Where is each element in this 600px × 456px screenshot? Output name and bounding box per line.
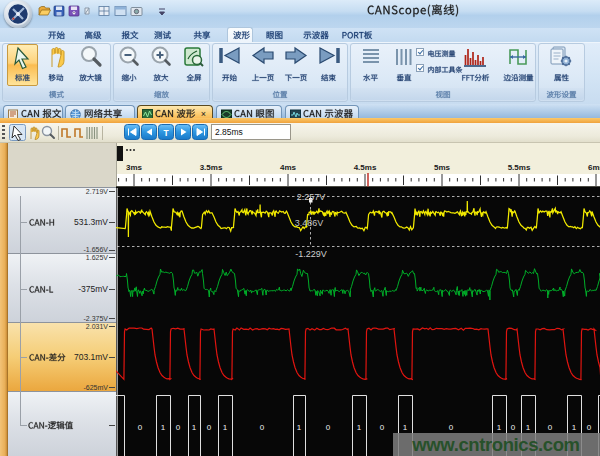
svg-text:1: 1	[223, 423, 228, 432]
svg-text:4.5ms: 4.5ms	[354, 163, 377, 172]
svg-text:0: 0	[176, 423, 181, 432]
svg-text:1: 1	[192, 423, 197, 432]
svg-text:1: 1	[161, 423, 166, 432]
svg-text:1: 1	[526, 423, 531, 432]
svg-text:4ms: 4ms	[280, 163, 297, 172]
svg-text:1: 1	[572, 423, 577, 432]
svg-text:3.486V: 3.486V	[295, 218, 324, 228]
svg-text:T: T	[163, 128, 169, 138]
svg-text:1: 1	[357, 423, 362, 432]
svg-text:1: 1	[403, 423, 408, 432]
svg-text:1: 1	[497, 423, 502, 432]
svg-text:0: 0	[449, 423, 454, 432]
svg-text:0: 0	[548, 423, 553, 432]
svg-text:-1.229V: -1.229V	[295, 249, 327, 259]
svg-text:1: 1	[297, 423, 302, 432]
svg-text:5.5ms: 5.5ms	[508, 163, 531, 172]
svg-text:0: 0	[587, 423, 592, 432]
svg-text:2.257V: 2.257V	[297, 192, 326, 202]
svg-text:0: 0	[380, 423, 385, 432]
svg-text:6ms: 6ms	[588, 163, 600, 172]
svg-text:5ms: 5ms	[434, 163, 451, 172]
svg-text:0: 0	[138, 423, 143, 432]
svg-text:0: 0	[260, 423, 265, 432]
svg-text:3.5ms: 3.5ms	[200, 163, 223, 172]
svg-text:0: 0	[511, 423, 516, 432]
svg-text:0: 0	[326, 423, 331, 432]
svg-text:0: 0	[207, 423, 212, 432]
svg-text:www.cntronics.com: www.cntronics.com	[411, 434, 579, 455]
svg-text:3ms: 3ms	[126, 163, 143, 172]
